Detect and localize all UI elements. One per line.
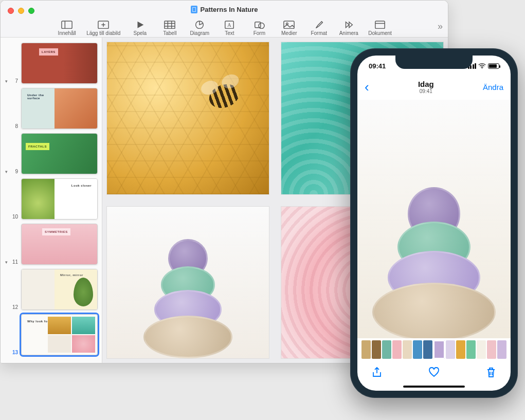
disclosure-triangle-icon[interactable]: ▾ bbox=[4, 169, 9, 174]
window-title: Patterns In Nature bbox=[1, 6, 448, 13]
back-button[interactable]: ‹ bbox=[365, 79, 369, 95]
slide-navigator[interactable]: ▾ 7 LAYERS 8 Under the surface ▾ 9 bbox=[1, 38, 102, 363]
slide-title-overlay: LAYERS bbox=[39, 48, 58, 56]
toolbar-label: Text bbox=[225, 30, 234, 36]
toolbar-label: Form bbox=[254, 30, 265, 36]
toolbar-label: Dokument bbox=[368, 30, 392, 36]
toolbar-text[interactable]: A Text bbox=[219, 20, 240, 36]
photo-filmstrip[interactable] bbox=[357, 340, 511, 359]
disclosure-triangle-icon[interactable]: ▾ bbox=[4, 79, 9, 84]
toolbar-play[interactable]: Spela bbox=[130, 20, 150, 36]
slide-thumbnail[interactable]: ▾ 7 LAYERS bbox=[1, 41, 102, 86]
thumbnail-image: Under the surface bbox=[21, 88, 98, 129]
svg-rect-14 bbox=[255, 22, 261, 28]
filmstrip-thumb[interactable] bbox=[466, 340, 476, 359]
notch bbox=[395, 56, 473, 69]
canvas-image-honeycomb[interactable] bbox=[106, 42, 269, 195]
thumbnail-image: SYMMETRIES bbox=[21, 224, 98, 265]
slide-number: 8 bbox=[11, 123, 18, 129]
slide-thumbnail[interactable]: ▾ 11 SYMMETRIES bbox=[1, 222, 102, 267]
slide-thumbnail-selected[interactable]: 13 Why look for patterns? bbox=[1, 312, 102, 357]
filmstrip-thumb[interactable] bbox=[403, 340, 412, 359]
svg-text:A: A bbox=[228, 22, 232, 28]
filmstrip-thumb[interactable] bbox=[413, 340, 422, 359]
toolbar-document[interactable]: Dokument bbox=[368, 20, 392, 36]
media-icon bbox=[283, 20, 295, 29]
filmstrip-thumb[interactable] bbox=[372, 340, 381, 359]
toolbar-label: Tabell bbox=[163, 30, 176, 36]
slide-thumbnail[interactable]: 8 Under the surface bbox=[1, 86, 102, 131]
slide-title-overlay: Under the surface bbox=[25, 92, 55, 102]
filmstrip-thumb[interactable] bbox=[446, 340, 455, 359]
slide-number: 12 bbox=[11, 304, 18, 310]
filmstrip-thumb[interactable] bbox=[433, 340, 445, 359]
toolbar-label: Diagram bbox=[190, 30, 209, 36]
toolbar-label: Lägg till diabild bbox=[86, 30, 120, 36]
share-button[interactable] bbox=[371, 366, 383, 378]
svg-marker-18 bbox=[346, 22, 349, 28]
toolbar-animate[interactable]: Animera bbox=[338, 20, 359, 36]
toolbar-content[interactable]: Innehåll bbox=[57, 20, 77, 36]
iphone-device-frame: 09:41 ‹ Idag 09:41 Ändra bbox=[350, 48, 518, 398]
delete-button[interactable] bbox=[485, 366, 497, 378]
slide-thumbnail[interactable]: 12 Mirror, mirror bbox=[1, 267, 102, 312]
thumbnail-image: Mirror, mirror bbox=[21, 269, 98, 310]
svg-point-22 bbox=[482, 67, 483, 68]
battery-icon bbox=[488, 63, 499, 69]
thumbnail-image: Why look for patterns? bbox=[21, 314, 98, 355]
shape-icon bbox=[254, 20, 265, 29]
play-icon bbox=[134, 20, 146, 29]
sidebar-icon bbox=[61, 20, 73, 29]
slide-thumbnail[interactable]: 10 Look closer bbox=[1, 176, 102, 222]
slide-number: 13 bbox=[11, 350, 18, 355]
favorite-button[interactable] bbox=[428, 366, 440, 378]
svg-point-15 bbox=[259, 23, 264, 28]
plus-icon bbox=[98, 20, 109, 29]
toolbar-label: Innehåll bbox=[58, 30, 76, 36]
chart-icon bbox=[194, 20, 205, 29]
toolbar-table[interactable]: Tabell bbox=[159, 20, 180, 36]
thumbnail-image: FRACTALS bbox=[21, 133, 98, 174]
animate-icon bbox=[343, 20, 354, 29]
filmstrip-thumb[interactable] bbox=[392, 340, 402, 359]
wifi-icon bbox=[478, 63, 486, 69]
svg-rect-6 bbox=[165, 21, 175, 29]
toolbar-overflow-icon[interactable]: » bbox=[438, 21, 443, 32]
slide-number: 10 bbox=[11, 214, 18, 220]
iphone-screen: 09:41 ‹ Idag 09:41 Ändra bbox=[357, 56, 511, 391]
toolbar-add-slide[interactable]: Lägg till diabild bbox=[86, 20, 120, 36]
filmstrip-thumb[interactable] bbox=[477, 340, 486, 359]
filmstrip-thumb[interactable] bbox=[382, 340, 391, 359]
slide-title-overlay: FRACTALS bbox=[26, 143, 49, 150]
filmstrip-thumb[interactable] bbox=[497, 340, 506, 359]
filmstrip-thumb[interactable] bbox=[361, 340, 371, 359]
filmstrip-thumb[interactable] bbox=[487, 340, 496, 359]
photo-viewer[interactable] bbox=[357, 100, 511, 338]
slide-title-overlay: SYMMETRIES bbox=[42, 228, 70, 235]
edit-button[interactable]: Ändra bbox=[483, 83, 503, 92]
toolbar-label: Animera bbox=[339, 30, 358, 36]
status-time: 09:41 bbox=[369, 62, 386, 70]
disclosure-triangle-icon[interactable]: ▾ bbox=[4, 260, 9, 265]
photos-toolbar bbox=[357, 361, 511, 384]
filmstrip-thumb[interactable] bbox=[456, 340, 465, 359]
photos-nav-bar: ‹ Idag 09:41 Ändra bbox=[357, 76, 511, 98]
slide-number: 11 bbox=[11, 259, 18, 265]
slide-thumbnail[interactable]: ▾ 9 FRACTALS bbox=[1, 131, 102, 176]
svg-marker-5 bbox=[138, 22, 144, 28]
titlebar: Patterns In Nature Innehåll Lägg till di… bbox=[1, 1, 448, 38]
toolbar: Innehåll Lägg till diabild Spela Tabell bbox=[1, 16, 448, 37]
filmstrip-thumb[interactable] bbox=[423, 340, 432, 359]
slide-number: 9 bbox=[11, 169, 18, 174]
canvas-image-urchins[interactable] bbox=[106, 206, 269, 359]
document-icon bbox=[191, 6, 197, 13]
photo-urchin-stack bbox=[371, 187, 497, 338]
toolbar-label: Medier bbox=[281, 30, 297, 36]
nav-title-group: Idag 09:41 bbox=[418, 80, 434, 94]
toolbar-media[interactable]: Medier bbox=[279, 20, 299, 36]
toolbar-chart[interactable]: Diagram bbox=[189, 20, 210, 36]
home-indicator[interactable] bbox=[403, 386, 465, 388]
thumbnail-image: Look closer bbox=[21, 178, 98, 220]
toolbar-shape[interactable]: Form bbox=[249, 20, 269, 36]
toolbar-format[interactable]: Format bbox=[309, 20, 329, 36]
